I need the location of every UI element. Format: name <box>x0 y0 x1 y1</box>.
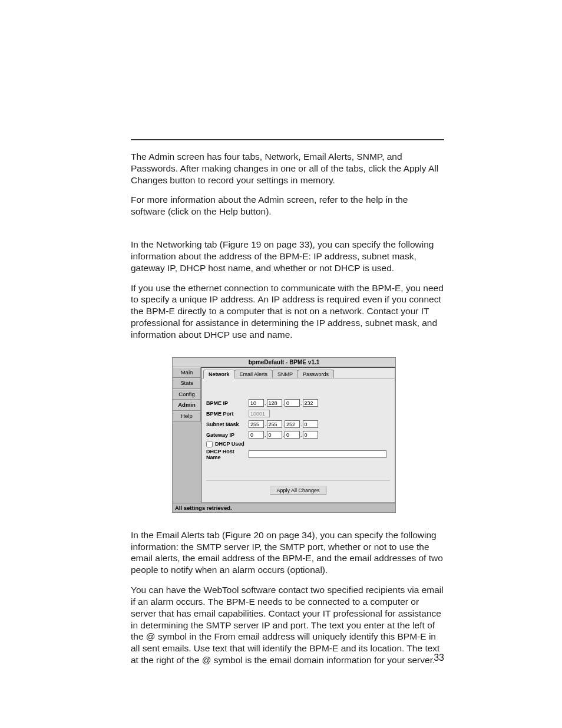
tab-network[interactable]: Network <box>203 370 235 378</box>
status-bar: All settings retrieved. <box>173 503 395 512</box>
dhcp-used-checkbox[interactable] <box>206 441 213 447</box>
dhcp-host-name-label: DHCP Host Name <box>206 449 249 460</box>
app-window: bpmeDefault - BPME v1.1 Main Stats Confi… <box>172 357 396 513</box>
network-tab-content: BPME IP . . . <box>201 378 395 502</box>
gateway-octet-4[interactable] <box>303 431 318 439</box>
paragraph-6: You can have the WebTool software contac… <box>131 584 444 666</box>
sidebar-item-stats[interactable]: Stats <box>173 378 201 388</box>
dhcp-host-name-field[interactable] <box>249 450 386 458</box>
sidebar-item-config[interactable]: Config <box>173 389 201 400</box>
gateway-octet-2[interactable] <box>267 431 282 439</box>
bpme-ip-octet-2[interactable] <box>267 399 282 407</box>
figure-admin-network: bpmeDefault - BPME v1.1 Main Stats Confi… <box>172 357 444 513</box>
subnet-octet-2[interactable] <box>267 420 282 428</box>
main-panel: Network Email Alerts SNMP Passwords BPME… <box>201 367 395 503</box>
bpme-ip-octet-3[interactable] <box>285 399 300 407</box>
gateway-octet-3[interactable] <box>285 431 300 439</box>
paragraph-2: For more information about the Admin scr… <box>131 194 444 218</box>
bpme-ip-octet-4[interactable] <box>303 399 318 407</box>
tab-snmp[interactable]: SNMP <box>272 370 298 378</box>
bpme-port-field <box>249 410 270 417</box>
subnet-octet-1[interactable] <box>249 420 264 428</box>
subnet-octet-3[interactable] <box>285 420 300 428</box>
tab-bar: Network Email Alerts SNMP Passwords <box>201 368 395 378</box>
subnet-octet-4[interactable] <box>303 420 318 428</box>
tab-passwords[interactable]: Passwords <box>297 370 334 378</box>
paragraph-3: In the Networking tab (Figure 19 on page… <box>131 239 444 274</box>
paragraph-1: The Admin screen has four tabs, Network,… <box>131 151 444 186</box>
subnet-mask-label: Subnet Mask <box>206 421 249 427</box>
bpme-ip-label: BPME IP <box>206 400 249 406</box>
bpme-port-label: BPME Port <box>206 411 249 417</box>
dhcp-used-label: DHCP Used <box>215 441 244 447</box>
tab-email-alerts[interactable]: Email Alerts <box>234 370 273 378</box>
gateway-ip-label: Gateway IP <box>206 432 249 438</box>
page-number: 33 <box>434 653 444 663</box>
sidebar-item-admin[interactable]: Admin <box>173 400 201 410</box>
sidebar-item-help[interactable]: Help <box>173 411 201 421</box>
paragraph-4: If you use the ethernet connection to co… <box>131 282 444 341</box>
apply-all-changes-button[interactable]: Apply All Changes <box>270 486 326 495</box>
bpme-ip-octet-1[interactable] <box>249 399 264 407</box>
paragraph-5: In the Email Alerts tab (Figure 20 on pa… <box>131 529 444 576</box>
gateway-octet-1[interactable] <box>249 431 264 439</box>
app-titlebar: bpmeDefault - BPME v1.1 <box>173 358 395 367</box>
horizontal-rule <box>131 139 444 140</box>
sidebar-item-main[interactable]: Main <box>173 367 201 378</box>
sidebar: Main Stats Config Admin Help <box>173 367 201 503</box>
